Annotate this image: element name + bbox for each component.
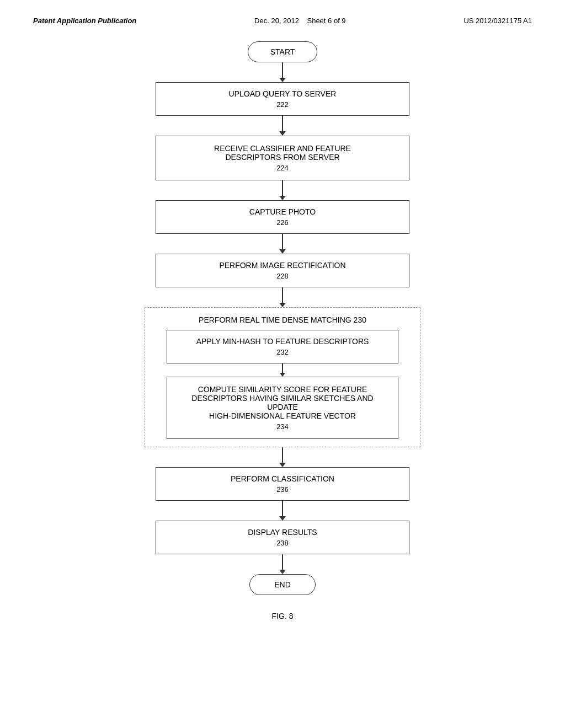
arrow-6 [279, 447, 286, 467]
step3-box: CAPTURE PHOTO 226 [156, 200, 409, 234]
arrow-4 [279, 234, 286, 254]
fig-label-text: FIG. 8 [272, 612, 294, 620]
header-publication-label: Patent Application Publication [33, 17, 136, 25]
dense-matching-label: PERFORM REAL TIME DENSE MATCHING 230 [199, 315, 366, 324]
step2-num: 224 [167, 164, 398, 172]
arrow-line [282, 234, 283, 249]
arrow-2 [279, 116, 286, 136]
arrow-head [279, 78, 286, 82]
arrow-line [282, 447, 283, 463]
end-label: END [274, 580, 291, 589]
step7-num: 236 [167, 485, 398, 494]
figure-label: FIG. 8 [33, 612, 532, 620]
step6-label: COMPUTE SIMILARITY SCORE FOR FEATURE DES… [178, 385, 387, 420]
arrow-5 [279, 287, 286, 307]
step6-num: 234 [178, 422, 387, 431]
arrow-head [279, 303, 286, 307]
step2-box: RECEIVE CLASSIFIER AND FEATUREDESCRIPTOR… [156, 136, 409, 180]
step5-num: 232 [178, 348, 387, 356]
arrow-line [282, 501, 283, 516]
step7-box: PERFORM CLASSIFICATION 236 [156, 467, 409, 501]
header-date: Dec. 20, 2012 [254, 17, 299, 25]
step3-label: CAPTURE PHOTO [249, 207, 316, 216]
arrow-8 [279, 554, 286, 574]
step5-label: APPLY MIN-HASH TO FEATURE DESCRIPTORS [196, 337, 369, 346]
step8-num: 238 [167, 539, 398, 547]
step4-label: PERFORM IMAGE RECTIFICATION [219, 261, 345, 270]
arrow-head [279, 131, 286, 136]
flowchart: START UPLOAD QUERY TO SERVER 222 RECEIVE… [33, 41, 532, 595]
end-node: END [249, 574, 316, 595]
arrow-head [279, 249, 286, 254]
header-patent-number: US 2012/0321175 A1 [463, 17, 532, 25]
step1-num: 222 [167, 100, 398, 109]
arrow-line [282, 116, 283, 131]
inner-arrow-line [282, 363, 283, 373]
step5-box: APPLY MIN-HASH TO FEATURE DESCRIPTORS 23… [167, 330, 398, 363]
step4-box: PERFORM IMAGE RECTIFICATION 228 [156, 254, 409, 287]
arrow-line [282, 554, 283, 570]
step4-num: 228 [167, 272, 398, 280]
step7-label: PERFORM CLASSIFICATION [231, 474, 334, 483]
step8-box: DISPLAY RESULTS 238 [156, 521, 409, 554]
step1-box: UPLOAD QUERY TO SERVER 222 [156, 82, 409, 116]
start-label: START [270, 47, 295, 56]
header: Patent Application Publication Dec. 20, … [33, 11, 532, 25]
arrow-1 [279, 62, 286, 82]
header-sheet: Sheet 6 of 9 [307, 17, 345, 25]
page: Patent Application Publication Dec. 20, … [0, 0, 565, 728]
header-center: Dec. 20, 2012 Sheet 6 of 9 [254, 17, 346, 25]
arrow-line [282, 287, 283, 303]
step3-num: 226 [167, 218, 398, 227]
step1-label: UPLOAD QUERY TO SERVER [229, 89, 337, 98]
outer-label-text: PERFORM REAL TIME DENSE MATCHING 230 [199, 315, 366, 324]
inner-arrow-1 [280, 363, 285, 377]
arrow-line [282, 62, 283, 78]
arrow-head [279, 196, 286, 200]
header-right: US 2012/0321175 A1 [463, 17, 532, 25]
arrow-head [279, 516, 286, 521]
arrow-3 [279, 180, 286, 200]
outer-dense-matching-box: PERFORM REAL TIME DENSE MATCHING 230 APP… [145, 307, 420, 447]
step8-label: DISPLAY RESULTS [248, 528, 317, 537]
arrow-head [279, 463, 286, 467]
inner-arrow-head [280, 373, 285, 377]
header-left: Patent Application Publication [33, 17, 136, 25]
arrow-head [279, 570, 286, 574]
arrow-line [282, 180, 283, 196]
arrow-7 [279, 501, 286, 521]
step2-label: RECEIVE CLASSIFIER AND FEATUREDESCRIPTOR… [167, 144, 398, 162]
step6-box: COMPUTE SIMILARITY SCORE FOR FEATURE DES… [167, 377, 398, 439]
start-node: START [248, 41, 318, 62]
